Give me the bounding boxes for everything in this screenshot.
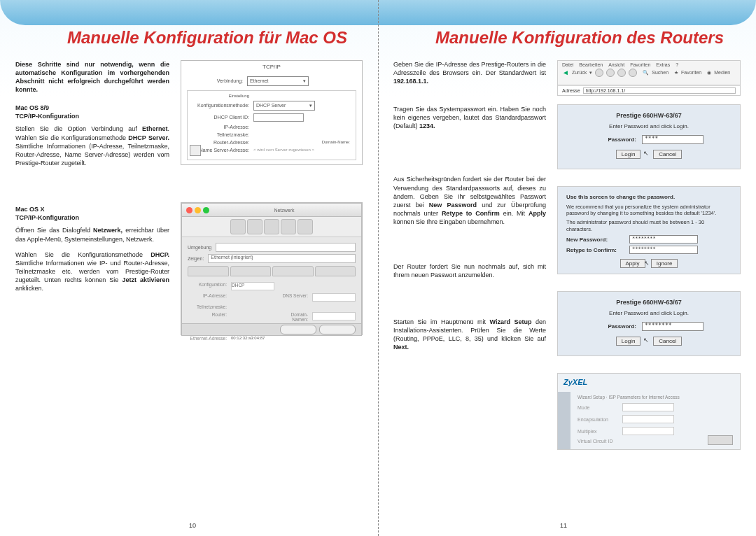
zyxel-logo: ZyXEL xyxy=(564,378,587,386)
browser-menus: Datei Bearbeiten Ansicht Favoriten Extra… xyxy=(562,62,736,67)
change-p2: The administrator password should must b… xyxy=(566,219,732,232)
section2-title: Mac OS X TCP/IP-Konfiguration xyxy=(15,205,169,222)
menu-edit[interactable]: Bearbeiten xyxy=(579,62,603,67)
menu-extras[interactable]: Extras xyxy=(656,62,670,67)
toolbar-icon[interactable] xyxy=(264,219,279,234)
cancel-button[interactable]: Cancel xyxy=(653,150,682,159)
r-block1: Geben Sie die IP-Adresse des Prestige-Ro… xyxy=(393,60,546,85)
minimize-icon[interactable] xyxy=(195,207,201,213)
search-icon[interactable]: 🔍 xyxy=(643,70,649,76)
mock2-revert-button[interactable] xyxy=(280,325,316,334)
mock2-titlebar: Netzwerk xyxy=(182,204,361,217)
login-button[interactable]: Login xyxy=(616,337,641,346)
favorites-icon[interactable]: ★ xyxy=(674,70,678,76)
wizard-mode[interactable] xyxy=(622,403,674,411)
router-login-mock-2: Prestige 660HW-63/67 Enter Password and … xyxy=(557,291,741,356)
mock2-bottom-bar xyxy=(182,323,361,335)
ignore-button[interactable]: Ignore xyxy=(651,259,678,268)
mock1-sel-verb[interactable]: Ethernet▾ xyxy=(247,76,309,86)
login1-pw-label: Password: xyxy=(594,136,636,143)
login1-title: Prestige 660HW-63/67 xyxy=(568,112,730,119)
mock2-show-select[interactable]: Ethernet (integriert) xyxy=(208,254,356,263)
macos89-tcpip-mock: TCP/IP Verbindung:Ethernet▾ Einstellung … xyxy=(181,60,363,165)
r-block5: Starten Sie im Hauptmenü mit Wizard Setu… xyxy=(393,318,546,352)
login2-title: Prestige 660HW-63/67 xyxy=(568,299,730,306)
mock1-title: TCP/IP xyxy=(262,64,281,70)
mock1-sel-konf[interactable]: DHCP Server▾ xyxy=(253,101,315,111)
tab-appletalk[interactable] xyxy=(272,266,314,276)
change-p1: We recommend that you personalize the sy… xyxy=(566,204,732,217)
media-icon[interactable]: ◉ xyxy=(707,70,711,76)
menu-help[interactable]: ? xyxy=(676,62,678,67)
wizard-sidebar xyxy=(558,392,570,449)
router-wizard-mock: ZyXEL Wizard Setup · ISP Parameters for … xyxy=(557,373,741,450)
sec2-para2: Wählen Sie die Konfigurationsmethode DHC… xyxy=(15,251,169,293)
mock2-toolbar xyxy=(182,217,361,237)
wizard-encap[interactable] xyxy=(622,415,674,423)
change-input-retype[interactable]: ******** xyxy=(629,246,698,254)
change-title: Use this screen to change the password. xyxy=(566,194,732,200)
toolbar-icon[interactable] xyxy=(230,219,246,234)
macosx-network-mock: Netzwerk Umgebung Zeigen:Ethernet (integ… xyxy=(181,202,363,335)
tab-ppoe[interactable] xyxy=(230,266,272,276)
menu-view[interactable]: Ansicht xyxy=(608,62,624,67)
apply-button[interactable]: Apply xyxy=(620,259,645,268)
sec2-sub: TCP/IP-Konfiguration xyxy=(15,214,79,221)
mock2-konfig[interactable]: DHCP xyxy=(231,282,274,290)
login1-sub: Enter Password and click Login. xyxy=(568,123,730,129)
document-spread: Manuelle Konfiguration für Mac OS Diese … xyxy=(0,0,756,536)
sec2-os: Mac OS X xyxy=(15,206,45,213)
tab-proxies[interactable] xyxy=(315,266,356,276)
sec1-sub: TCP/IP-Konfiguration xyxy=(15,113,79,120)
page-number-right: 11 xyxy=(560,522,567,529)
close-icon[interactable] xyxy=(186,207,192,213)
toolbar-icon[interactable] xyxy=(281,219,296,234)
page-right: Manuelle Konfiguration des Routers Geben… xyxy=(378,0,756,536)
section1-title: Mac OS 8/9 TCP/IP-Konfiguration xyxy=(15,104,169,120)
cursor-icon: ↖ xyxy=(644,260,650,267)
change-lbl-new: New Password: xyxy=(566,237,629,243)
tab-tcpip[interactable] xyxy=(188,266,229,276)
menu-favorites[interactable]: Favoriten xyxy=(630,62,650,67)
zoom-icon[interactable] xyxy=(203,207,209,213)
mock1-fld-client[interactable] xyxy=(253,113,304,122)
change-lbl-retype: Retype to Confirm: xyxy=(566,247,629,253)
login-button[interactable]: Login xyxy=(616,150,641,159)
toolbar-icon[interactable] xyxy=(298,219,313,234)
mock2-apply-button[interactable] xyxy=(319,325,356,334)
address-label: Adresse xyxy=(562,88,580,93)
r-block2: Tragen Sie das Systempasswort ein. Haben… xyxy=(393,105,546,130)
toolbar-icon[interactable] xyxy=(247,219,262,234)
refresh-icon[interactable] xyxy=(617,69,626,77)
menu-file[interactable]: Datei xyxy=(562,62,573,67)
wizard-heading: Wizard Setup · ISP Parameters for Intern… xyxy=(578,395,733,400)
page-title-left: Manuelle Konfiguration für Mac OS xyxy=(15,28,363,48)
r-block4: Der Router fordert Sie nun nochmals auf,… xyxy=(393,262,546,279)
page-number-left: 10 xyxy=(189,522,196,529)
cursor-icon: ↖ xyxy=(643,337,649,346)
wizard-mux[interactable] xyxy=(622,427,674,435)
address-input[interactable]: http://192.168.1.1/ xyxy=(583,87,736,94)
stop-icon[interactable] xyxy=(606,69,615,77)
intro-text: Diese Schritte sind nur notwendig, wenn … xyxy=(15,60,169,94)
login2-pw-input[interactable]: ******** xyxy=(642,322,704,331)
sec1-para: Stellen Sie die Option Verbindung auf Et… xyxy=(15,125,169,167)
change-input-new[interactable]: ******** xyxy=(629,235,698,244)
page-left: Manuelle Konfiguration für Mac OS Diese … xyxy=(0,0,378,536)
sec1-os: Mac OS 8/9 xyxy=(15,104,49,111)
mock2-tabs xyxy=(188,266,356,276)
wizard-next-button[interactable] xyxy=(708,435,733,445)
login2-pw-label: Password: xyxy=(594,323,636,330)
mock1-lbl-konf: Konfigurationsmethode: xyxy=(193,103,249,108)
page-title-right: Manuelle Konfiguration des Routers xyxy=(393,28,741,48)
back-icon[interactable]: ◄ xyxy=(562,69,569,76)
router-login-mock-1: Prestige 660HW-63/67 Enter Password and … xyxy=(557,104,741,169)
cancel-button[interactable]: Cancel xyxy=(653,337,682,346)
mock1-corner-button[interactable] xyxy=(190,145,201,156)
router-changepw-mock: Use this screen to change the password. … xyxy=(557,186,741,275)
mock1-lbl-verb: Verbindung: xyxy=(187,78,243,83)
home-icon[interactable] xyxy=(629,69,637,77)
login1-pw-input[interactable]: **** xyxy=(642,135,704,144)
sec2-para1: Öffnen Sie das Dialogfeld Netzwerk, erre… xyxy=(15,226,169,243)
forward-icon[interactable] xyxy=(595,69,603,77)
